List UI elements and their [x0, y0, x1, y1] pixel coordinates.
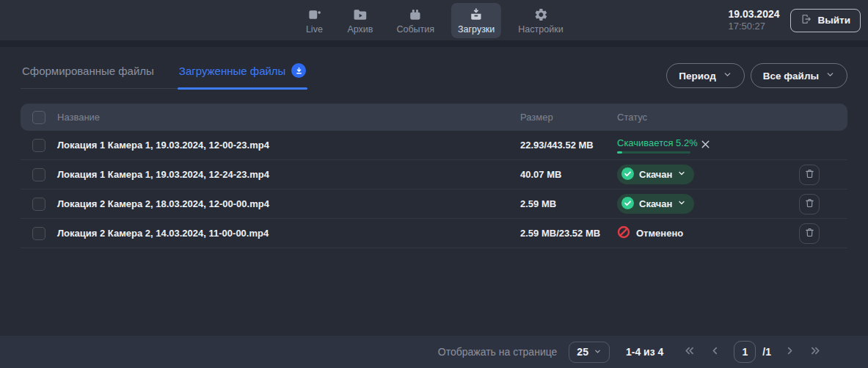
close-icon: [699, 138, 712, 153]
camera-icon: [306, 7, 322, 22]
chevron-right-icon: [784, 344, 796, 359]
delete-button[interactable]: [799, 165, 820, 185]
prev-page-button[interactable]: [709, 344, 721, 359]
current-page-box[interactable]: 1: [734, 341, 756, 363]
chevron-left-icon: [709, 344, 721, 359]
per-page-label: Отображать на странице: [438, 346, 558, 358]
status-cancelled: Отменено: [617, 226, 683, 241]
status-cancelled-label: Отменено: [636, 228, 683, 239]
chevron-down-icon: [825, 70, 835, 82]
row-checkbox[interactable]: [32, 168, 45, 181]
table-row: Локация 1 Камера 1, 19.03.2024, 12-00-23…: [21, 131, 847, 160]
status-badge-downloaded[interactable]: Скачан: [617, 194, 694, 214]
logout-icon: [800, 13, 813, 27]
period-button[interactable]: Период: [666, 63, 744, 88]
topbar-divider: [0, 40, 868, 47]
nav-label: События: [396, 24, 434, 35]
download-progress: Скачивается 5.2%: [617, 137, 690, 154]
file-size: 2.59 MB: [520, 198, 617, 209]
table-row: Локация 1 Камера 1, 19.03.2024, 12-24-23…: [21, 160, 847, 190]
trash-icon: [804, 168, 815, 181]
column-header-size: Размер: [520, 112, 617, 123]
select-all-checkbox[interactable]: [32, 111, 45, 124]
downloads-icon: [468, 7, 484, 22]
file-size: 2.59 MB/23.52 MB: [520, 228, 617, 239]
logout-label: Выйти: [818, 15, 851, 26]
current-page: 1: [742, 346, 748, 358]
cancelled-icon: [617, 226, 630, 241]
file-name: Локация 2 Камера 2, 18.03.2024, 12-00-00…: [57, 198, 520, 209]
delete-button[interactable]: [799, 194, 820, 214]
check-circle-icon: [621, 197, 634, 212]
download-status-text: Скачивается 5.2%: [617, 137, 690, 148]
downloads-table: Название Размер Статус Локация 1 Камера …: [21, 104, 847, 248]
nav-label: Live: [306, 24, 323, 35]
column-header-name: Название: [57, 112, 520, 123]
double-chevron-right-icon: [809, 344, 823, 359]
trash-icon: [804, 198, 815, 211]
progress-bar-track: [617, 151, 690, 154]
nav-item-archive[interactable]: Архив: [340, 3, 379, 38]
chevron-down-icon: [723, 70, 732, 82]
tab-label: Загруженные файлы: [179, 65, 286, 77]
status-badge-label: Скачан: [639, 198, 672, 209]
file-size: 22.93/443.52 MB: [520, 140, 617, 151]
file-name: Локация 1 Камера 1, 19.03.2024, 12-24-23…: [57, 169, 520, 180]
filters: Период Все файлы: [666, 63, 847, 88]
row-checkbox[interactable]: [32, 227, 45, 240]
file-name: Локация 2 Камера 2, 14.03.2024, 11-00-00…: [57, 228, 520, 239]
per-page-value: 25: [577, 346, 588, 358]
total-pages-label: /1: [762, 346, 771, 358]
events-icon: [407, 7, 423, 22]
cancel-download-button[interactable]: [698, 137, 713, 154]
table-row: Локация 2 Камера 2, 14.03.2024, 11-00-00…: [21, 219, 847, 248]
last-page-button[interactable]: [809, 344, 823, 359]
chevron-down-icon: [677, 198, 686, 209]
download-badge-icon: [291, 63, 306, 78]
time-label: 17:50:27: [728, 21, 779, 32]
tab-downloaded-files[interactable]: Загруженные файлы: [178, 63, 308, 88]
progress-bar-fill: [617, 151, 622, 154]
nav-item-live[interactable]: Live: [298, 3, 330, 38]
double-chevron-left-icon: [682, 344, 696, 359]
logout-button[interactable]: Выйти: [790, 9, 861, 32]
file-size: 40.07 MB: [520, 169, 617, 180]
chevron-down-icon: [677, 169, 686, 180]
first-page-button[interactable]: [682, 344, 696, 359]
topbar: Live Архив События Загрузки Настройки: [0, 0, 868, 40]
tab-generated-files[interactable]: Сформированные файлы: [21, 63, 156, 88]
main-navigation: Live Архив События Загрузки Настройки: [298, 3, 569, 38]
nav-label: Загрузки: [458, 24, 495, 35]
nav-label: Настройки: [518, 24, 563, 35]
nav-item-settings[interactable]: Настройки: [511, 3, 569, 38]
gear-icon: [533, 7, 548, 22]
nav-item-downloads[interactable]: Загрузки: [451, 3, 501, 38]
next-page-button[interactable]: [784, 344, 796, 359]
downloads-page: Сформированные файлы Загруженные файлы П…: [0, 47, 868, 336]
pagination-footer: Отображать на странице 25 1-4 из 4 1 /1: [0, 336, 868, 368]
archive-folder-icon: [352, 7, 368, 22]
row-checkbox[interactable]: [32, 139, 45, 152]
per-page-select[interactable]: 25: [569, 342, 610, 363]
status-badge-downloaded[interactable]: Скачан: [617, 165, 694, 184]
table-row: Локация 2 Камера 2, 18.03.2024, 12-00-00…: [21, 190, 847, 219]
table-header: Название Размер Статус: [21, 104, 847, 131]
status-badge-label: Скачан: [639, 169, 672, 180]
datetime-block: 19.03.2024 17:50:27: [728, 8, 779, 33]
all-files-button[interactable]: Все файлы: [751, 63, 847, 88]
date-label: 19.03.2024: [728, 8, 779, 21]
file-name: Локация 1 Камера 1, 19.03.2024, 12-00-23…: [57, 140, 520, 151]
tab-label: Сформированные файлы: [22, 65, 154, 77]
check-circle-icon: [621, 167, 634, 182]
delete-button[interactable]: [799, 223, 820, 244]
file-tabs: Сформированные файлы Загруженные файлы: [21, 63, 307, 89]
pagination: 1 /1: [682, 341, 823, 363]
nav-label: Архив: [347, 24, 373, 35]
column-header-status: Статус: [617, 112, 799, 123]
nav-item-events[interactable]: События: [390, 3, 441, 38]
period-label: Период: [679, 71, 715, 82]
row-checkbox[interactable]: [32, 198, 45, 211]
trash-icon: [804, 227, 815, 240]
all-files-label: Все файлы: [763, 71, 819, 82]
chevron-down-icon: [594, 346, 602, 358]
